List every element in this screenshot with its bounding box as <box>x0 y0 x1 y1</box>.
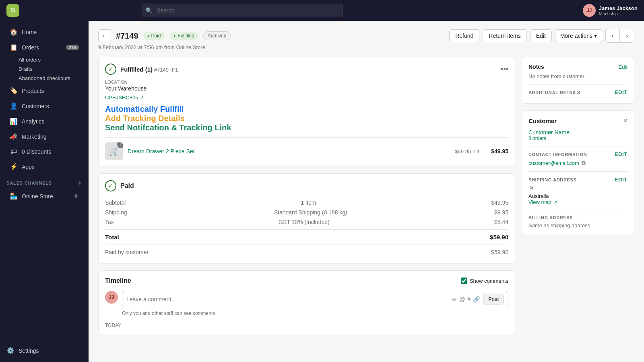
contact-section: CONTACT INFORMATION Edit customer@email.… <box>528 146 627 167</box>
customer-name-link[interactable]: Customer Name <box>528 129 627 136</box>
more-actions-button[interactable]: More actions ▾ <box>555 29 602 42</box>
view-map-link[interactable]: View map ↗ <box>528 199 627 205</box>
shipping-edit-link[interactable]: Edit <box>615 177 627 183</box>
sidebar-item-label: Analytics <box>22 118 44 125</box>
prev-order-button[interactable]: ‹ <box>605 29 620 43</box>
avatar: JJ <box>583 4 596 17</box>
products-icon: 🏷️ <box>10 87 18 95</box>
back-button[interactable]: ← <box>98 29 111 42</box>
user-menu[interactable]: JJ James Jackson Machship <box>583 4 638 17</box>
sidebar-item-home[interactable]: 🏠 Home <box>3 25 85 39</box>
sidebar-item-orders[interactable]: 📋 Orders 218 <box>3 40 85 55</box>
badge-fulfilled: Fulfilled <box>170 32 198 40</box>
sidebar-item-label: Customers <box>22 103 49 109</box>
notes-card: Notes Edit No notes from customer ADDITI… <box>522 57 634 104</box>
order-main: ✓ Fulfilled (1) #7149 -F1 ••• Location Y… <box>98 57 515 335</box>
link-icon[interactable]: 🔗 <box>473 296 480 302</box>
mention-icon[interactable]: @ <box>459 296 465 302</box>
sidebar-sub-abandoned[interactable]: Abandoned checkouts <box>0 74 89 83</box>
additional-edit-link[interactable]: Edit <box>615 89 627 95</box>
sidebar-item-products[interactable]: 🏷️ Products <box>3 83 85 98</box>
tax-row: Tax GST 10% (Included) $5.44 <box>105 217 508 227</box>
sidebar-item-marketing[interactable]: 📣 Marketing <box>3 129 85 144</box>
settings-icon: ⚙️ <box>6 347 14 354</box>
tracking-link[interactable]: CPBJSHC805 ↗ <box>105 95 144 101</box>
total-row: Total $59.90 <box>105 229 508 242</box>
online-store-icon: 🏪 <box>10 192 18 200</box>
edit-button[interactable]: Edit <box>530 29 552 42</box>
paid-icon: ✓ <box>105 180 116 191</box>
sidebar-item-apps[interactable]: ⚡ Apps <box>3 159 85 174</box>
sidebar-item-discounts[interactable]: 🏷 0 Discounts <box>3 144 85 159</box>
tag-icon[interactable]: # <box>467 296 471 302</box>
sidebar: 🏠 Home 📋 Orders 218 All orders Drafts Ab… <box>0 21 89 362</box>
copy-email-button[interactable]: ⧉ <box>582 160 586 167</box>
fulfillment-menu-button[interactable]: ••• <box>501 65 508 74</box>
main-content: ← #7149 Paid Fulfilled Archived Refund R… <box>89 21 644 362</box>
product-total: $49.95 <box>491 148 508 154</box>
marketing-icon: 📣 <box>10 133 18 140</box>
sidebar-item-label: Apps <box>22 164 35 170</box>
sidebar-item-label: Marketing <box>22 134 46 140</box>
badge-archived: Archived <box>203 31 231 40</box>
search-icon: 🔍 <box>146 7 153 14</box>
sidebar-item-analytics[interactable]: 📊 Analytics <box>3 114 85 129</box>
shipping-address-section: SHIPPING ADDRESS Edit 🏳 Australia View m… <box>528 171 627 205</box>
product-thumbnail: 🛒 1 <box>105 142 123 160</box>
emoji-icon[interactable]: ☺ <box>451 296 457 302</box>
contact-email: customer@email.com <box>528 160 579 166</box>
contact-edit-link[interactable]: Edit <box>615 151 627 157</box>
sidebar-item-settings[interactable]: ⚙️ Settings <box>0 343 89 358</box>
order-id: #7149 <box>116 31 138 41</box>
fulfillment-title: Fulfilled (1) <box>120 66 153 73</box>
product-row: 🛒 1 Dream Drawer 2 Piece Set $49.95 × 1 … <box>105 137 508 160</box>
sidebar-item-label: Orders <box>22 44 39 51</box>
shopify-logo: S <box>6 4 19 17</box>
customer-card: Customer × Customer Name 3 orders CONTAC… <box>522 110 634 235</box>
product-name-link[interactable]: Dream Drawer 2 Piece Set <box>128 148 195 154</box>
analytics-icon: 📊 <box>10 117 18 125</box>
discounts-icon: 🏷 <box>10 148 18 155</box>
show-comments-toggle: Show comments <box>461 278 508 284</box>
sidebar-item-customers[interactable]: 👤 Customers <box>3 99 85 113</box>
show-comments-checkbox[interactable] <box>461 278 467 284</box>
order-sidebar: Notes Edit No notes from customer ADDITI… <box>522 57 634 235</box>
customers-icon: 👤 <box>10 102 18 110</box>
search-container: 🔍 <box>142 4 343 17</box>
return-items-button[interactable]: Return items <box>483 29 526 42</box>
search-input[interactable] <box>142 4 343 17</box>
next-order-button[interactable]: › <box>620 29 634 43</box>
additional-details: ADDITIONAL DETAILS Edit <box>528 84 627 95</box>
location-label: Location <box>105 80 508 84</box>
sidebar-sub-all-orders[interactable]: All orders <box>0 55 89 64</box>
customer-close-button[interactable]: × <box>624 117 627 124</box>
shipping-row: Shipping Standard Shipping (0.188 kg) $9… <box>105 208 508 217</box>
refund-button[interactable]: Refund <box>449 29 479 42</box>
customer-card-title: Customer <box>528 117 557 124</box>
post-button[interactable]: Post <box>483 294 504 304</box>
external-link-icon: ↗ <box>553 199 557 205</box>
sidebar-sub-drafts[interactable]: Drafts <box>0 64 89 74</box>
fulfillment-id: #7149 -F1 <box>154 67 178 73</box>
fulfillment-card: ✓ Fulfilled (1) #7149 -F1 ••• Location Y… <box>98 57 515 167</box>
nav-arrows: ‹ › <box>605 29 634 43</box>
chevron-down-icon: ▾ <box>594 33 597 39</box>
billing-title: BILLING ADDRESS <box>528 215 627 220</box>
billing-same: Same as shipping address <box>528 222 627 228</box>
home-icon: 🏠 <box>10 28 18 36</box>
comment-input-wrap: ☺ @ # 🔗 Post <box>122 291 508 307</box>
sidebar-item-label: Products <box>22 88 44 94</box>
sidebar-item-label: Home <box>22 29 37 35</box>
sidebar-item-online-store[interactable]: 🏪 Online Store 👁 <box>3 189 85 204</box>
comment-avatar: JJ <box>105 291 118 304</box>
comment-input[interactable] <box>126 296 448 302</box>
customer-orders-link[interactable]: 3 orders <box>528 136 627 141</box>
paid-by-row: Paid by customer $59.90 <box>105 245 508 257</box>
notes-edit-link[interactable]: Edit <box>619 64 627 70</box>
today-divider: TODAY <box>105 323 508 328</box>
topnav: S 🔍 JJ James Jackson Machship <box>0 0 644 21</box>
orders-icon: 📋 <box>10 43 18 51</box>
promo-line2: Add Tracking Details <box>105 114 508 123</box>
promo-line1: Automatically Fullfill <box>105 105 508 114</box>
add-sales-channel-button[interactable]: + <box>78 179 82 187</box>
